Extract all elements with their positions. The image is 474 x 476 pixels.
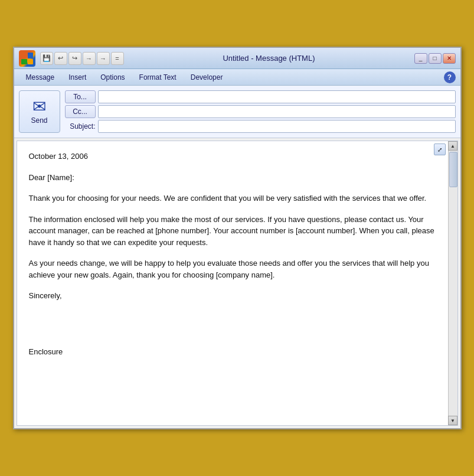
titlebar: 💾 ↩ ↪ → → = Untitled - Message (HTML) _ … — [14, 48, 460, 69]
email-footer: Enclosure — [29, 346, 436, 358]
toolbar-buttons: 💾 ↩ ↪ → → = — [40, 52, 124, 65]
to-button[interactable]: To... — [65, 90, 96, 103]
redo-button[interactable]: ↪ — [68, 52, 81, 65]
subject-row: Subject: — [65, 120, 456, 133]
email-paragraph1: Thank you for choosing for your needs. W… — [29, 193, 436, 204]
email-fields: To... Cc... Subject: — [65, 88, 456, 135]
scrollbar: ▲ ▼ — [448, 141, 457, 425]
scroll-down-button[interactable]: ▼ — [448, 416, 457, 425]
window-title: Untitled - Message (HTML) — [124, 54, 414, 63]
popup-icon[interactable]: ⤢ — [434, 144, 446, 155]
send-button[interactable]: ✉ Send — [19, 90, 60, 133]
minimize-button[interactable]: _ — [414, 53, 427, 64]
to-input[interactable] — [98, 90, 456, 103]
maximize-button[interactable]: □ — [429, 53, 442, 64]
cc-row: Cc... — [65, 105, 456, 118]
email-header: ✉ Send To... Cc... Subject: — [14, 86, 460, 138]
window-controls: _ □ ✕ — [414, 53, 456, 64]
email-signature-space — [29, 311, 436, 323]
forward-button[interactable]: → — [83, 52, 96, 65]
pin-button[interactable]: = — [111, 52, 124, 65]
subject-input[interactable] — [98, 120, 456, 133]
send-label: Send — [31, 116, 47, 125]
subject-label: Subject: — [65, 122, 96, 131]
scroll-track — [449, 151, 457, 416]
scroll-up-button[interactable]: ▲ — [448, 141, 457, 151]
email-window: 💾 ↩ ↪ → → = Untitled - Message (HTML) _ … — [13, 47, 462, 429]
to-row: To... — [65, 90, 456, 103]
email-greeting: Dear [Name]: — [29, 172, 436, 184]
cc-button[interactable]: Cc... — [65, 105, 96, 118]
next-button[interactable]: → — [97, 52, 110, 65]
menu-format-text[interactable]: Format Text — [132, 71, 184, 84]
email-paragraph3: As your needs change, we will be happy t… — [29, 257, 436, 281]
undo-button[interactable]: ↩ — [54, 52, 67, 65]
close-button[interactable]: ✕ — [443, 53, 456, 64]
main-content: ✉ Send To... Cc... Subject: — [14, 86, 460, 428]
svg-rect-2 — [21, 59, 27, 64]
menu-message[interactable]: Message — [19, 71, 62, 84]
menu-developer[interactable]: Developer — [184, 71, 230, 84]
envelope-icon: ✉ — [32, 99, 46, 115]
menu-options[interactable]: Options — [93, 71, 132, 84]
cc-input[interactable] — [98, 105, 456, 118]
scroll-thumb[interactable] — [449, 152, 457, 187]
email-body[interactable]: October 13, 2006 Dear [Name]: Thank you … — [17, 141, 448, 425]
menubar: Message Insert Options Format Text Devel… — [14, 69, 460, 86]
email-paragraph2: The information enclosed will help you m… — [29, 214, 436, 249]
menu-insert[interactable]: Insert — [61, 71, 93, 84]
save-button[interactable]: 💾 — [40, 52, 53, 65]
svg-rect-0 — [21, 53, 27, 58]
email-date: October 13, 2006 — [29, 151, 436, 162]
office-logo — [19, 50, 35, 67]
svg-rect-3 — [28, 59, 33, 64]
svg-rect-1 — [28, 53, 33, 58]
email-body-wrapper: ⤢ October 13, 2006 Dear [Name]: Thank yo… — [17, 141, 458, 426]
help-button[interactable]: ? — [444, 71, 456, 83]
email-closing: Sincerely, — [29, 290, 436, 302]
